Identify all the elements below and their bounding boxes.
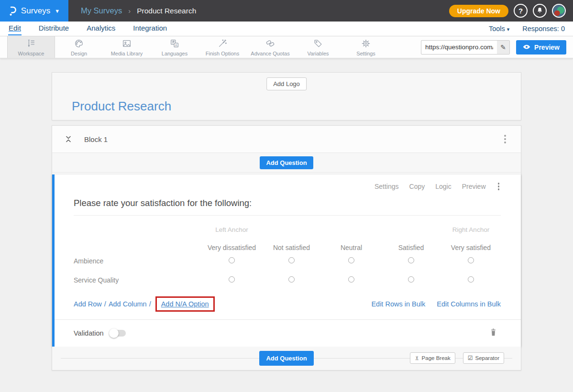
- question-kebab-icon[interactable]: [496, 181, 501, 192]
- translate-icon: A: [169, 38, 180, 50]
- add-row-link[interactable]: Add Row: [74, 300, 102, 308]
- toolbar-item-media-library[interactable]: Media Library: [103, 36, 151, 58]
- toolbar-item-languages[interactable]: A Languages: [151, 36, 198, 58]
- left-anchor-placeholder[interactable]: Left Anchor: [202, 226, 262, 233]
- matrix-header-row: Very dissatisfied Not satisfied Neutral …: [74, 244, 501, 251]
- separator-button[interactable]: ☑ Separator: [463, 352, 504, 364]
- radio-button[interactable]: [468, 276, 474, 283]
- delete-question-button[interactable]: [490, 328, 501, 338]
- matrix-row-service-quality: Service Quality: [74, 271, 501, 290]
- chevron-down-icon: ▾: [507, 26, 510, 32]
- matrix-actions-row: Add Row / Add Column / Add N/A Option Ed…: [74, 296, 501, 312]
- footer-right-buttons: ✂ Page Break ☑ Separator: [410, 352, 504, 364]
- tab-analytics[interactable]: Analytics: [86, 22, 116, 35]
- radio-button[interactable]: [288, 276, 295, 283]
- toolbar-item-finish-options[interactable]: Finish Options: [198, 36, 246, 58]
- radio-button[interactable]: [408, 257, 414, 263]
- preview-button[interactable]: Preview: [516, 40, 566, 54]
- add-column-link[interactable]: Add Column: [109, 300, 147, 308]
- workspace-icon: [26, 38, 36, 50]
- radio-button[interactable]: [288, 257, 295, 263]
- notifications-button[interactable]: [533, 4, 547, 18]
- brand-menu-label: Surveys: [21, 6, 50, 16]
- radio-button[interactable]: [348, 276, 354, 283]
- user-avatar[interactable]: [552, 4, 566, 18]
- chain-links-icon: [265, 38, 275, 50]
- upgrade-now-button[interactable]: Upgrade Now: [449, 5, 508, 17]
- add-na-option-highlight-box: Add N/A Option: [155, 296, 215, 312]
- question-preview-link[interactable]: Preview: [462, 183, 486, 190]
- radio-button[interactable]: [408, 276, 414, 283]
- pencil-icon: ✎: [500, 44, 506, 51]
- radio-button[interactable]: [468, 257, 474, 263]
- question-card: Settings Copy Logic Preview Please rate …: [52, 174, 521, 347]
- anchor-row: Left Anchor Right Anchor: [74, 226, 501, 233]
- chevron-down-icon: ▼: [55, 8, 60, 14]
- page-break-button[interactable]: ✂ Page Break: [410, 352, 455, 364]
- edit-columns-in-bulk-link[interactable]: Edit Columns in Bulk: [437, 300, 501, 308]
- matrix-row-ambience: Ambience: [74, 251, 501, 271]
- toolbar-item-advance-quotas[interactable]: Advance Quotas: [246, 36, 294, 58]
- add-question-button-bottom[interactable]: Add Question: [259, 351, 313, 366]
- toolbar-end: ✎ Preview: [421, 36, 573, 58]
- svg-text:A: A: [175, 43, 177, 46]
- add-question-strip-top: Add Question: [52, 153, 521, 173]
- tabrow-right: Tools ▾ Responses: 0: [489, 25, 565, 33]
- right-anchor-placeholder[interactable]: Right Anchor: [441, 226, 501, 233]
- question-logic-link[interactable]: Logic: [435, 183, 451, 190]
- question-settings-link[interactable]: Settings: [375, 183, 399, 190]
- toolbar-item-workspace[interactable]: Workspace: [7, 36, 55, 58]
- edit-rows-in-bulk-link[interactable]: Edit Rows in Bulk: [371, 300, 425, 308]
- question-title[interactable]: Please rate your satisfaction for the fo…: [74, 198, 501, 208]
- survey-title[interactable]: Product Research: [72, 99, 171, 114]
- eye-icon: [523, 44, 530, 51]
- toolbar-item-variables[interactable]: Variables: [294, 36, 342, 58]
- topbar-actions: Upgrade Now ?: [449, 4, 573, 18]
- toolbar-item-settings[interactable]: Settings: [342, 36, 390, 58]
- responses-count[interactable]: Responses: 0: [522, 25, 565, 33]
- breadcrumb-separator-icon: ›: [128, 7, 131, 15]
- column-header[interactable]: Very dissatisfied: [202, 244, 262, 251]
- topbar: Surveys ▼ My Surveys › Product Research …: [0, 0, 573, 22]
- edit-url-button[interactable]: ✎: [497, 40, 509, 54]
- column-header[interactable]: Neutral: [321, 244, 381, 251]
- breadcrumb: My Surveys › Product Research: [81, 6, 196, 15]
- questionpro-logo-icon: [9, 5, 17, 17]
- question-menu: Settings Copy Logic Preview: [74, 181, 501, 192]
- breadcrumb-my-surveys[interactable]: My Surveys: [81, 6, 122, 15]
- tools-dropdown[interactable]: Tools ▾: [489, 25, 509, 33]
- block-title[interactable]: Block 1: [84, 135, 108, 143]
- collapse-block-icon[interactable]: [65, 135, 72, 143]
- add-question-button-top[interactable]: Add Question: [260, 156, 313, 169]
- radio-button[interactable]: [229, 257, 235, 263]
- column-header[interactable]: Very satisfied: [441, 244, 501, 251]
- add-na-option-link[interactable]: Add N/A Option: [161, 300, 209, 308]
- column-header[interactable]: Satisfied: [381, 244, 441, 251]
- survey-url-input[interactable]: [421, 44, 497, 51]
- question-mark-icon: ?: [518, 7, 523, 15]
- tag-icon: [313, 38, 323, 50]
- scissors-icon: ✂: [414, 356, 420, 360]
- tab-edit[interactable]: Edit: [8, 22, 22, 35]
- toolbar-item-design[interactable]: Design: [55, 36, 103, 58]
- row-label[interactable]: Service Quality: [74, 276, 202, 284]
- tab-integration[interactable]: Integration: [132, 22, 167, 35]
- question-copy-link[interactable]: Copy: [409, 183, 425, 190]
- row-label[interactable]: Ambience: [74, 257, 202, 265]
- gear-icon: [361, 38, 371, 50]
- section-tabs: Edit Distribute Analytics Integration To…: [0, 22, 573, 36]
- help-button[interactable]: ?: [514, 4, 528, 18]
- radio-button[interactable]: [229, 276, 235, 283]
- column-header[interactable]: Not satisfied: [262, 244, 321, 251]
- tab-distribute[interactable]: Distribute: [38, 22, 69, 35]
- radio-button[interactable]: [348, 257, 354, 263]
- bell-icon: [536, 7, 543, 15]
- question-divider: [74, 215, 501, 216]
- app-menu-surveys[interactable]: Surveys ▼: [0, 0, 68, 22]
- edit-toolbar: Workspace Design Media Library A Languag…: [0, 36, 573, 58]
- trash-icon: [490, 328, 497, 338]
- block-menu-kebab-icon[interactable]: [502, 133, 508, 145]
- validation-toggle[interactable]: [110, 330, 126, 337]
- add-logo-button[interactable]: Add Logo: [266, 77, 307, 90]
- main-content: Add Logo Product Research Block 1 Add Qu…: [0, 58, 573, 392]
